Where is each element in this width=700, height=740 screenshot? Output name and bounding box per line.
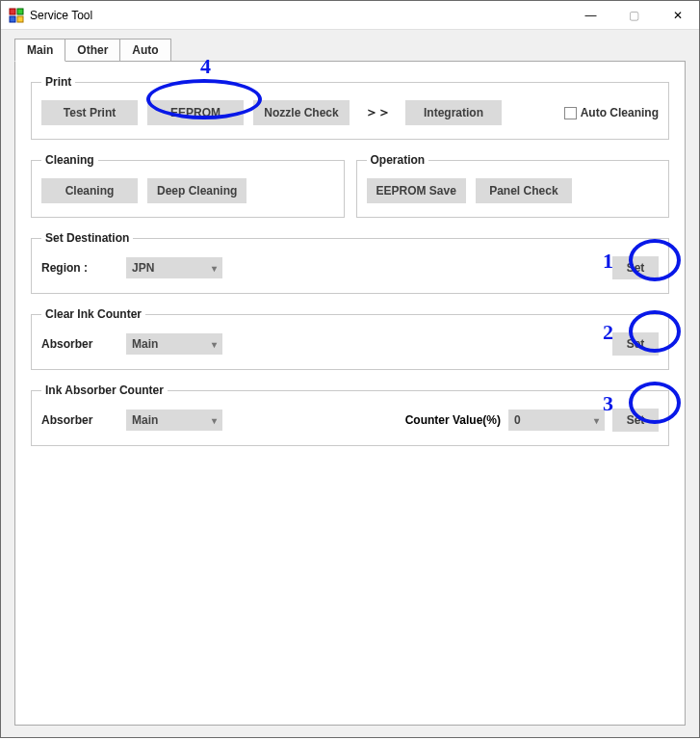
group-set-destination-legend: Set Destination [41, 231, 133, 245]
region-select[interactable]: JPN ▾ [126, 257, 222, 278]
group-set-destination: Set Destination Region : JPN ▾ Set [31, 231, 669, 294]
clear-ink-absorber-value: Main [132, 337, 158, 351]
minimize-button[interactable]: — [569, 1, 612, 30]
set-destination-set-button[interactable]: Set [612, 256, 659, 279]
svg-rect-2 [10, 16, 15, 22]
clear-ink-absorber-select[interactable]: Main ▾ [126, 333, 222, 355]
group-print: Print Test Print EEPROM Nozzle Check ＞＞ … [31, 75, 669, 140]
group-clear-ink-legend: Clear Ink Counter [41, 307, 145, 321]
region-label: Region : [41, 261, 117, 275]
counter-value-value: 0 [514, 413, 521, 427]
svg-rect-1 [17, 9, 23, 14]
tab-main[interactable]: Main [14, 39, 65, 62]
test-print-button[interactable]: Test Print [41, 100, 138, 125]
group-operation-legend: Operation [367, 153, 429, 167]
svg-rect-3 [17, 16, 23, 22]
chevron-down-icon: ▾ [212, 415, 217, 426]
group-cleaning-legend: Cleaning [41, 153, 98, 167]
auto-cleaning-checkbox[interactable]: Auto Cleaning [564, 106, 659, 119]
ink-absorber-set-button[interactable]: Set [612, 409, 659, 432]
client-area: Main Other Auto Print Test Print EEPROM … [1, 30, 699, 737]
group-ink-absorber-legend: Ink Absorber Counter [41, 383, 168, 397]
group-print-legend: Print [41, 75, 75, 89]
integration-button[interactable]: Integration [405, 100, 502, 125]
clear-ink-set-button[interactable]: Set [612, 332, 659, 356]
chevron-down-icon: ▾ [212, 339, 217, 350]
titlebar: Service Tool — ▢ ✕ [1, 1, 699, 30]
eeprom-save-button[interactable]: EEPROM Save [367, 178, 466, 203]
checkbox-box [564, 107, 577, 119]
chevron-down-icon: ▾ [594, 415, 599, 426]
group-ink-absorber-counter: Ink Absorber Counter Absorber Main ▾ Cou… [31, 383, 669, 446]
eeprom-button[interactable]: EEPROM [147, 100, 244, 125]
auto-cleaning-label: Auto Cleaning [581, 106, 659, 119]
close-button[interactable]: ✕ [656, 1, 699, 30]
tabstrip: Main Other Auto [14, 39, 686, 62]
app-window: Service Tool — ▢ ✕ Main Other Auto Print… [0, 0, 700, 738]
group-cleaning: Cleaning Cleaning Deep Cleaning [31, 153, 345, 218]
region-select-value: JPN [132, 261, 154, 275]
window-title: Service Tool [30, 9, 92, 22]
group-operation: Operation EEPROM Save Panel Check [356, 153, 670, 218]
tab-auto[interactable]: Auto [119, 39, 170, 62]
panel-check-button[interactable]: Panel Check [476, 178, 572, 203]
ink-absorber-label: Absorber [41, 413, 117, 427]
tab-other[interactable]: Other [65, 39, 120, 62]
svg-rect-0 [10, 9, 15, 14]
nozzle-check-button[interactable]: Nozzle Check [253, 100, 350, 125]
arrow-icon: ＞＞ [359, 104, 396, 121]
chevron-down-icon: ▾ [212, 263, 217, 274]
deep-cleaning-button[interactable]: Deep Cleaning [147, 178, 246, 203]
maximize-button: ▢ [612, 1, 656, 30]
cleaning-button[interactable]: Cleaning [41, 178, 138, 203]
group-clear-ink-counter: Clear Ink Counter Absorber Main ▾ Set [31, 307, 669, 370]
tab-page-main: Print Test Print EEPROM Nozzle Check ＞＞ … [14, 61, 686, 726]
ink-absorber-value: Main [132, 413, 158, 427]
counter-value-label: Counter Value(%) [405, 413, 501, 427]
clear-ink-absorber-label: Absorber [41, 337, 117, 351]
counter-value-select[interactable]: 0 ▾ [508, 410, 605, 431]
app-icon [9, 8, 24, 23]
ink-absorber-select[interactable]: Main ▾ [126, 410, 222, 431]
